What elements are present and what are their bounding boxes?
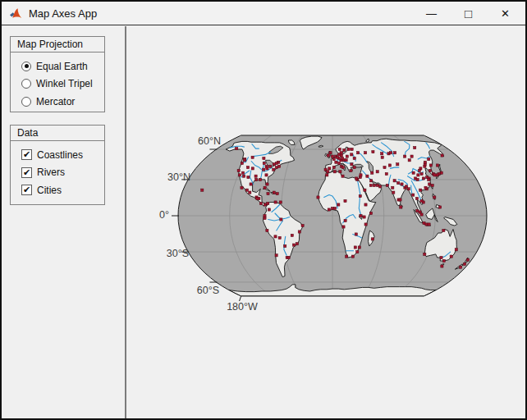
geo-axis-label: 180°W <box>227 301 258 313</box>
app-window: Map Axes App — □ ✕ Map Projection Equal … <box>0 0 527 420</box>
geo-axis-label: 60°N <box>198 135 221 147</box>
map-axes[interactable]: 60°N30°N0°30°S60°S180°W <box>2 2 527 420</box>
geo-axis-label: 0° <box>159 209 169 221</box>
geo-axis-label: 30°N <box>167 171 190 183</box>
geo-axis-label: 30°S <box>167 248 189 259</box>
landmass-iceland <box>318 145 323 147</box>
geo-axis-label: 60°S <box>197 285 219 296</box>
